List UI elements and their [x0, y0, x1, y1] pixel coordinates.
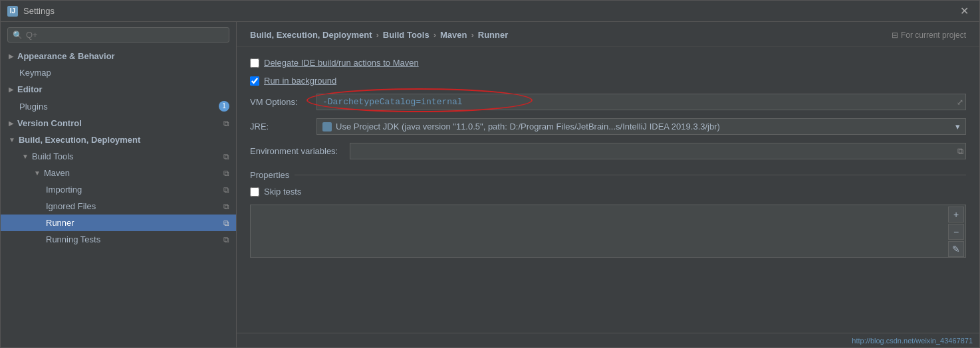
breadcrumb: Build, Execution, Deployment › Build Too…	[237, 22, 979, 47]
jre-label: JRE:	[250, 122, 316, 131]
jre-row: JRE: Use Project JDK (java version "11.0…	[250, 118, 966, 135]
properties-area: + − ✎	[250, 205, 966, 258]
settings-content: Delegate IDE build/run actions to Maven …	[237, 47, 979, 333]
vm-options-row: VM Options: ⤢	[250, 94, 966, 110]
properties-section-label: Properties	[250, 170, 966, 180]
run-background-row: Run in background	[250, 76, 966, 86]
plugins-badge: 1	[219, 101, 229, 112]
expand-arrow: ▼	[34, 169, 41, 177]
run-background-checkbox[interactable]	[250, 76, 259, 86]
search-box[interactable]: 🔍	[7, 27, 229, 43]
copy-icon: ⧉	[223, 169, 229, 178]
app-icon: IJ	[7, 6, 18, 17]
sidebar-item-label: Build Tools	[32, 151, 74, 161]
properties-controls: + − ✎	[947, 205, 965, 258]
status-bar: http://blog.csdn.net/weixin_43467871	[237, 333, 979, 347]
jre-select[interactable]: Use Project JDK (java version "11.0.5", …	[316, 118, 966, 135]
window-title: Settings	[23, 6, 956, 16]
delegate-checkbox-label[interactable]: Delegate IDE build/run actions to Maven	[250, 58, 419, 68]
sidebar-item-build-execution[interactable]: ▼ Build, Execution, Deployment	[1, 131, 236, 148]
delegate-row: Delegate IDE build/run actions to Maven	[250, 58, 966, 68]
expand-arrow: ▼	[22, 153, 29, 160]
skip-tests-row: Skip tests	[250, 187, 966, 197]
breadcrumb-sep-2: ›	[433, 30, 436, 40]
expand-icon[interactable]: ⤢	[957, 98, 963, 107]
sidebar-item-label: Running Tests	[46, 234, 100, 244]
sidebar-item-build-tools[interactable]: ▼ Build Tools ⧉	[1, 148, 236, 165]
vm-options-input[interactable]	[316, 94, 966, 110]
sidebar-item-running-tests[interactable]: Running Tests ⧉	[1, 231, 236, 248]
copy-icon: ⧉	[223, 235, 229, 244]
expand-arrow: ▼	[9, 136, 15, 143]
breadcrumb-part-2: Build Tools	[383, 30, 429, 40]
expand-arrow: ▶	[9, 86, 14, 93]
skip-tests-checkbox[interactable]	[250, 187, 259, 197]
chevron-down-icon: ▾	[955, 122, 960, 131]
edit-property-button[interactable]: ✎	[948, 241, 964, 257]
jre-icon	[322, 122, 332, 131]
sidebar-item-label: Editor	[17, 84, 43, 94]
copy-icon: ⧉	[223, 152, 229, 161]
sidebar-item-label: Maven	[44, 168, 70, 178]
env-variables-label: Environment variables:	[250, 146, 350, 156]
env-copy-icon[interactable]: ⧉	[957, 146, 963, 157]
remove-property-button[interactable]: −	[948, 224, 964, 240]
copy-icon: ⧉	[223, 202, 229, 211]
title-bar: IJ Settings ✕	[1, 1, 979, 22]
copy-icon: ⧉	[223, 119, 229, 128]
sidebar-item-label: Keymap	[19, 68, 51, 78]
sidebar: 🔍 ▶ Appearance & Behavior Keymap ▶ Edito…	[1, 22, 237, 347]
properties-label: Properties	[250, 170, 289, 180]
breadcrumb-part-4: Runner	[478, 30, 509, 40]
expand-arrow: ▶	[9, 52, 14, 60]
sidebar-item-appearance[interactable]: ▶ Appearance & Behavior	[1, 48, 236, 64]
breadcrumb-part-1: Build, Execution, Deployment	[250, 30, 372, 40]
run-background-checkbox-label[interactable]: Run in background	[250, 76, 336, 86]
breadcrumb-sep-1: ›	[376, 30, 378, 40]
sidebar-item-label: Build, Execution, Deployment	[19, 135, 140, 145]
add-property-button[interactable]: +	[948, 207, 964, 222]
sidebar-item-label: Appearance & Behavior	[17, 51, 115, 61]
sidebar-item-label: Ignored Files	[46, 201, 96, 211]
sidebar-item-keymap[interactable]: Keymap	[1, 64, 236, 81]
url-link[interactable]: http://blog.csdn.net/weixin_43467871	[852, 337, 973, 345]
sidebar-item-importing[interactable]: Importing ⧉	[1, 181, 236, 198]
env-variables-input[interactable]	[350, 143, 966, 159]
sidebar-item-ignored-files[interactable]: Ignored Files ⧉	[1, 198, 236, 215]
content-area: 🔍 ▶ Appearance & Behavior Keymap ▶ Edito…	[1, 22, 979, 347]
breadcrumb-sep-3: ›	[471, 30, 473, 40]
sidebar-item-maven[interactable]: ▼ Maven ⧉	[1, 165, 236, 181]
settings-window: IJ Settings ✕ 🔍 ▶ Appearance & Behavior …	[0, 0, 980, 348]
jre-value: Use Project JDK (java version "11.0.5", …	[336, 122, 720, 131]
sidebar-item-label: Importing	[46, 185, 82, 195]
search-input[interactable]	[26, 30, 224, 40]
breadcrumb-part-3: Maven	[440, 30, 467, 40]
delegate-label: Delegate IDE build/run actions to Maven	[264, 58, 419, 68]
sidebar-item-label: Version Control	[17, 118, 82, 128]
skip-tests-checkbox-label[interactable]: Skip tests	[250, 187, 301, 197]
search-icon: 🔍	[13, 31, 23, 40]
sidebar-item-label: Runner	[46, 218, 74, 228]
for-project-label: For current project	[901, 31, 966, 40]
sidebar-item-plugins[interactable]: Plugins 1	[1, 98, 236, 115]
sidebar-item-label: Plugins	[19, 102, 48, 112]
sidebar-item-version-control[interactable]: ▶ Version Control ⧉	[1, 115, 236, 131]
vm-options-label: VM Options:	[250, 97, 316, 107]
main-panel: Build, Execution, Deployment › Build Too…	[237, 22, 979, 347]
env-variables-row: Environment variables: ⧉	[250, 143, 966, 159]
close-button[interactable]: ✕	[956, 3, 973, 19]
run-background-label: Run in background	[264, 76, 336, 86]
sidebar-item-editor[interactable]: ▶ Editor	[1, 81, 236, 98]
copy-icon: ⧉	[223, 185, 229, 195]
expand-arrow: ▶	[9, 120, 14, 127]
sidebar-item-runner[interactable]: Runner ⧉	[1, 215, 236, 231]
for-project: ⊟ For current project	[892, 31, 966, 40]
jre-select-inner: Use Project JDK (java version "11.0.5", …	[322, 122, 955, 131]
for-project-icon: ⊟	[892, 31, 898, 40]
delegate-checkbox[interactable]	[250, 58, 259, 68]
skip-tests-label: Skip tests	[264, 187, 301, 197]
vm-options-wrapper: ⤢	[316, 94, 966, 110]
copy-icon: ⧉	[223, 218, 229, 228]
env-variables-wrapper: ⧉	[350, 143, 966, 159]
